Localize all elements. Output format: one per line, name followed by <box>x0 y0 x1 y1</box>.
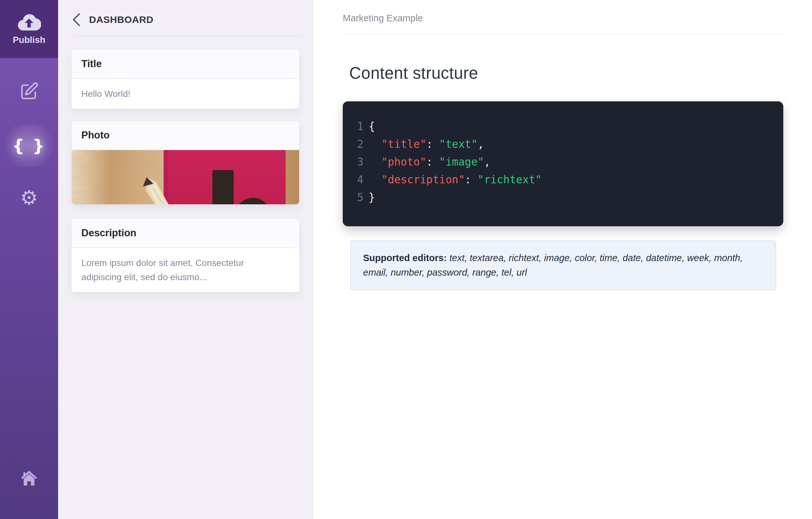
gear-icon: ⚙ <box>20 188 38 208</box>
field-input-title[interactable]: Hello World! <box>71 79 299 109</box>
cloud-upload-icon <box>17 13 41 32</box>
code-token: { <box>369 117 375 135</box>
sidebar-item-home[interactable] <box>0 458 58 500</box>
page-title: Content structure <box>349 64 783 83</box>
note-bold-label: Supported editors: <box>363 253 447 263</box>
supported-editors-note: Supported editors: text, textarea, richt… <box>350 240 776 290</box>
panel-title: DASHBOARD <box>89 14 154 25</box>
edit-pencil-icon <box>19 81 39 103</box>
field-card-title: Title Hello World! <box>71 50 299 109</box>
field-cards: Title Hello World! Photo <box>58 37 314 305</box>
field-input-description[interactable]: Lorem ipsum dolor sit amet. Consectetur … <box>71 248 299 292</box>
code-token: "title" <box>381 135 426 153</box>
chevron-left-icon <box>72 13 81 26</box>
code-line: 5} <box>356 189 771 206</box>
breadcrumb: Marketing Example <box>343 13 783 24</box>
line-number: 2 <box>356 135 364 153</box>
code-token: , <box>484 153 491 171</box>
code-line: 4 "description": "richtext" <box>356 171 771 189</box>
home-icon <box>19 468 39 489</box>
sidebar-item-settings[interactable]: ⚙ <box>0 177 58 219</box>
code-token: : <box>465 171 477 189</box>
sidebar-item-editor[interactable] <box>0 71 58 113</box>
sidebar-item-content-model[interactable]: { } <box>0 124 58 167</box>
entry-panel: DASHBOARD Title Hello World! Photo <box>58 0 314 519</box>
main-panel: Marketing Example Content structure 1{2 … <box>314 0 812 519</box>
code-token <box>369 135 381 153</box>
code-token: "image" <box>439 153 484 171</box>
code-token: } <box>369 189 375 206</box>
field-photo-thumbnail[interactable] <box>71 150 299 204</box>
braces-icon: { } <box>12 136 46 155</box>
code-token <box>369 153 381 171</box>
code-lines: 1{2 "title": "text",3 "photo": "image",4… <box>356 117 771 206</box>
code-line: 1{ <box>356 117 771 135</box>
description-text: Lorem ipsum dolor sit amet. Consectetur … <box>81 256 272 284</box>
back-to-dashboard[interactable]: DASHBOARD <box>58 0 314 26</box>
code-line: 2 "title": "text", <box>356 135 771 153</box>
field-label-photo: Photo <box>71 121 299 150</box>
code-token: : <box>426 135 439 153</box>
code-token: "text" <box>439 135 477 153</box>
field-card-description: Description Lorem ipsum dolor sit amet. … <box>71 219 299 292</box>
field-label-title: Title <box>71 50 299 79</box>
line-number: 4 <box>356 171 364 189</box>
content-structure-code: 1{2 "title": "text",3 "photo": "image",4… <box>343 102 783 226</box>
line-number: 3 <box>356 153 364 171</box>
code-token: "description" <box>381 171 465 189</box>
line-number: 1 <box>356 117 364 135</box>
sidebar: Publish { } ⚙ <box>0 0 58 519</box>
main-divider <box>343 34 783 34</box>
publish-label: Publish <box>12 35 45 45</box>
code-token: , <box>477 135 484 153</box>
code-token <box>369 171 381 189</box>
line-number: 5 <box>356 189 364 206</box>
field-card-photo: Photo <box>71 121 299 204</box>
field-label-description: Description <box>71 219 299 248</box>
code-token: "photo" <box>381 153 426 171</box>
code-token: : <box>426 153 439 171</box>
code-token: "richtext" <box>477 171 542 189</box>
code-line: 3 "photo": "image", <box>356 153 771 171</box>
publish-button[interactable]: Publish <box>0 0 58 58</box>
